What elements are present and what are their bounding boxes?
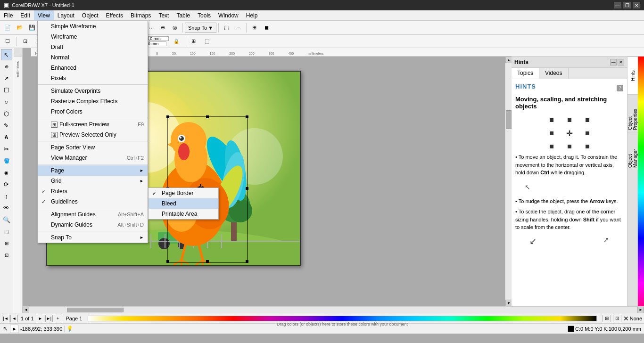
tab-topics[interactable]: Topics	[512, 68, 539, 79]
record-btn[interactable]: ▶	[10, 325, 18, 333]
scroll-track-v[interactable]	[505, 63, 512, 300]
minimize-button[interactable]: —	[614, 2, 621, 8]
tb-icon10[interactable]: ⊞	[248, 22, 260, 33]
tool-zoom[interactable]: 🔍	[1, 214, 12, 225]
scroll-up[interactable]: ▲	[505, 57, 512, 63]
menu-view[interactable]: View	[34, 10, 54, 20]
menu-preview-selected[interactable]: ⊞ Preview Selected Only	[38, 130, 148, 140]
hints-help-icon[interactable]: ?	[617, 85, 623, 91]
scroll-track-h[interactable]	[29, 307, 637, 313]
tool-connector[interactable]: ⬚	[1, 226, 12, 237]
last-page-btn[interactable]: ►|	[45, 315, 53, 322]
tool-freehand[interactable]: ↗	[1, 73, 12, 84]
tool-rotate[interactable]: ⟳	[1, 179, 12, 190]
tb2-transform[interactable]: ⊞	[188, 36, 199, 47]
save-button[interactable]: 💾	[26, 22, 38, 33]
menu-fullscreen[interactable]: ⊞ Full-screen Preview F9	[38, 119, 148, 130]
repel-btn[interactable]: ⊡	[613, 315, 621, 322]
menu-tools[interactable]: Tools	[194, 10, 215, 20]
tb-icon11[interactable]: ◼	[261, 22, 272, 33]
snap-off-btn[interactable]: ⊞	[603, 315, 611, 322]
menu-proof-colors[interactable]: Proof Colors	[38, 106, 148, 117]
menu-bitmaps[interactable]: Bitmaps	[127, 10, 155, 20]
tool-crop[interactable]: ✂	[1, 143, 12, 155]
tool-measure[interactable]: ⊞	[1, 237, 12, 249]
first-page-btn[interactable]: |◄	[2, 315, 9, 322]
width-input[interactable]: 5,0 mm	[145, 36, 169, 41]
tb-icon7[interactable]: ◎	[169, 22, 181, 33]
horizontal-scrollbar[interactable]: ◄ ►	[23, 306, 644, 313]
menu-draft[interactable]: Draft	[38, 42, 148, 52]
tb2-lock[interactable]: 🔒	[171, 36, 182, 47]
menu-window[interactable]: Window	[215, 10, 242, 20]
menu-enhanced[interactable]: Enhanced	[38, 63, 148, 73]
tool-node[interactable]: ⊕	[1, 61, 12, 72]
tool-mirror[interactable]: ↕	[1, 190, 12, 202]
tb2-icon4[interactable]: ⬚	[201, 36, 213, 47]
color-value: C:0 M:0 Y:0 K:100	[575, 326, 617, 332]
side-tab-object-manager[interactable]: Object Manager	[627, 132, 638, 170]
menu-guidelines[interactable]: ✓ Guidelines	[38, 196, 148, 207]
sub-bleed[interactable]: Bleed	[149, 198, 218, 209]
next-page-btn[interactable]: ►	[37, 315, 44, 322]
scroll-right[interactable]: ►	[637, 307, 644, 313]
menu-alignment-guides[interactable]: Alignment Guides Alt+Shift+A	[38, 209, 148, 220]
side-tab-object-properties[interactable]: Object Properties	[627, 94, 638, 132]
menu-grid[interactable]: Grid ►	[38, 176, 148, 186]
menu-edit[interactable]: Edit	[17, 10, 34, 20]
vertical-scrollbar[interactable]: ▲ ▼	[505, 57, 512, 306]
menu-rulers[interactable]: ✓ Rulers	[38, 186, 148, 196]
menu-page[interactable]: Page ►	[38, 165, 148, 176]
tb2-icon2[interactable]: ⊡	[19, 36, 31, 47]
menu-table[interactable]: Table	[173, 10, 194, 20]
tool-text[interactable]: A	[1, 131, 12, 143]
menu-normal[interactable]: Normal	[38, 52, 148, 63]
restore-button[interactable]: ❐	[623, 2, 631, 8]
sub-page-border[interactable]: ✓ Page Border	[149, 188, 218, 198]
side-tab-hints[interactable]: Hints	[627, 57, 638, 94]
snap-to-button[interactable]: Snap To ▼	[185, 23, 216, 33]
close-button[interactable]: ✕	[633, 2, 640, 8]
menu-view-manager[interactable]: View Manager Ctrl+F2	[38, 153, 148, 163]
hints-minimize[interactable]: —	[610, 59, 617, 65]
menu-dynamic-guides[interactable]: Dynamic Guides Alt+Shift+D	[38, 220, 148, 230]
tb-icon6[interactable]: ⊕	[157, 22, 168, 33]
menu-simulate-overprints[interactable]: Simulate Overprints	[38, 86, 148, 96]
tool-select[interactable]: ↖	[1, 49, 12, 60]
tool-rectangle[interactable]: ☐	[1, 84, 12, 96]
tb2-icon1[interactable]: ☐	[2, 36, 13, 47]
menu-text[interactable]: Text	[155, 10, 173, 20]
tab-videos[interactable]: Videos	[539, 68, 568, 79]
tool-fill[interactable]: 🪣	[1, 155, 12, 166]
tb-icon9[interactable]: ≡	[233, 22, 244, 33]
scroll-thumb-v[interactable]	[506, 110, 512, 129]
menu-layout[interactable]: Layout	[54, 10, 78, 20]
open-button[interactable]: 📂	[14, 22, 25, 33]
menu-pixels[interactable]: Pixels	[38, 73, 148, 83]
menu-simple-wireframe[interactable]: Simple Wireframe	[38, 21, 148, 32]
menu-help[interactable]: Help	[242, 10, 262, 20]
tool-eyedropper[interactable]: 👁	[1, 202, 12, 213]
add-page-btn[interactable]: +	[54, 315, 62, 322]
menu-file[interactable]: File	[0, 10, 17, 20]
color-palette[interactable]	[88, 316, 596, 321]
scroll-down[interactable]: ▼	[505, 300, 512, 306]
menu-page-sorter[interactable]: Page Sorter View	[38, 142, 148, 153]
scroll-thumb-h[interactable]	[67, 308, 124, 312]
menu-rasterize[interactable]: Rasterize Complex Effects	[38, 96, 148, 106]
menu-object[interactable]: Object	[78, 10, 102, 20]
tool-pen[interactable]: ✎	[1, 120, 12, 131]
tool-polygon[interactable]: ⬡	[1, 108, 12, 119]
tb-icon8[interactable]: ⬚	[221, 22, 232, 33]
menu-snap-to[interactable]: Snap To ►	[38, 232, 148, 243]
tool-shadow[interactable]: ⊡	[1, 249, 12, 261]
tool-blend[interactable]: ◉	[1, 167, 12, 178]
menu-wireframe[interactable]: Wireframe	[38, 32, 148, 42]
new-button[interactable]: 📄	[2, 22, 13, 33]
scroll-left[interactable]: ◄	[23, 307, 29, 313]
menu-effects[interactable]: Effects	[102, 10, 127, 20]
tool-ellipse[interactable]: ○	[1, 96, 12, 107]
prev-page-btn[interactable]: ◄	[10, 315, 18, 322]
sub-printable-area[interactable]: Printable Area	[149, 209, 218, 219]
hints-close[interactable]: ✕	[618, 59, 624, 65]
